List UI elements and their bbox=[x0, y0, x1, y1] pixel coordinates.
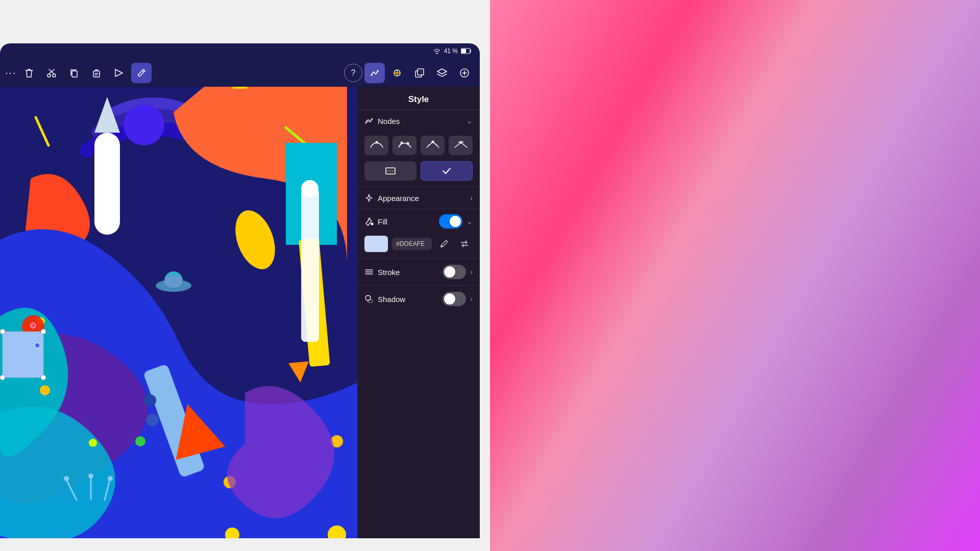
svg-point-46 bbox=[64, 476, 69, 481]
svg-point-67 bbox=[371, 223, 374, 226]
nodes-header-left: Nodes bbox=[364, 116, 400, 126]
shadow-left: Shadow bbox=[364, 294, 405, 304]
svg-line-60 bbox=[428, 142, 433, 145]
svg-point-42 bbox=[35, 343, 40, 348]
fill-section: Fill ⌄ #DOE bbox=[357, 209, 480, 259]
nodes-chevron: ⌄ bbox=[467, 117, 473, 125]
nodes-button[interactable] bbox=[364, 63, 385, 83]
node-cusp-button[interactable] bbox=[421, 136, 445, 155]
fill-toggle[interactable] bbox=[439, 214, 462, 229]
illustration bbox=[0, 87, 357, 538]
background-gradient bbox=[490, 0, 980, 551]
fill-label: Fill bbox=[378, 217, 387, 226]
stroke-chevron[interactable]: › bbox=[470, 268, 473, 276]
copy-button[interactable] bbox=[64, 63, 84, 83]
shadow-label: Shadow bbox=[378, 295, 405, 304]
layers-button[interactable] bbox=[432, 63, 452, 83]
svg-point-32 bbox=[40, 385, 50, 395]
paste-button[interactable] bbox=[86, 63, 107, 83]
nodes-section-header[interactable]: Nodes ⌄ bbox=[357, 110, 480, 132]
shadow-section: Shadow › bbox=[357, 286, 480, 312]
svg-rect-36 bbox=[3, 332, 43, 378]
node-check-button[interactable] bbox=[421, 161, 473, 181]
active-indicator bbox=[232, 87, 248, 89]
svg-point-2 bbox=[47, 74, 51, 77]
stroke-icon bbox=[364, 267, 374, 277]
svg-point-22 bbox=[164, 276, 183, 288]
cut-button[interactable] bbox=[41, 63, 62, 83]
stroke-right: › bbox=[443, 265, 473, 279]
eyedropper-button[interactable] bbox=[436, 236, 452, 252]
fill-left: Fill bbox=[364, 217, 387, 226]
status-bar: 41 % bbox=[0, 43, 480, 59]
node-asymmetric-button[interactable] bbox=[393, 136, 416, 155]
ipad-device: 41 % ··· bbox=[0, 0, 500, 551]
shadow-chevron[interactable]: › bbox=[470, 295, 473, 303]
svg-point-37 bbox=[0, 329, 5, 334]
svg-rect-4 bbox=[72, 71, 77, 77]
delete-button[interactable] bbox=[19, 63, 39, 83]
toolbar: ··· bbox=[0, 59, 480, 87]
more-dots[interactable]: ··· bbox=[5, 67, 17, 79]
battery-icon bbox=[461, 48, 472, 54]
svg-point-35 bbox=[89, 439, 97, 447]
status-bar-right: 41 % bbox=[433, 47, 472, 55]
svg-point-47 bbox=[108, 476, 113, 481]
node-rect-button[interactable] bbox=[364, 161, 416, 181]
shadow-icon bbox=[364, 294, 374, 304]
svg-point-40 bbox=[41, 375, 46, 380]
color-row: #DOEAFE bbox=[357, 234, 480, 258]
stroke-section: Stroke › bbox=[357, 259, 480, 286]
appearance-section: Appearance › bbox=[357, 187, 480, 209]
shadow-toggle[interactable] bbox=[443, 292, 466, 306]
swap-button[interactable] bbox=[456, 236, 473, 252]
color-hex-input[interactable]: #DOEAFE bbox=[392, 238, 432, 250]
svg-rect-29 bbox=[301, 189, 319, 342]
nodes-row2 bbox=[357, 161, 480, 187]
stroke-toggle[interactable] bbox=[443, 265, 466, 279]
add-button[interactable] bbox=[454, 63, 475, 83]
fill-right: ⌄ bbox=[439, 214, 473, 229]
stroke-label: Stroke bbox=[378, 268, 400, 277]
node-smooth-button[interactable] bbox=[364, 136, 388, 155]
fill-icon bbox=[364, 217, 374, 226]
svg-rect-9 bbox=[418, 69, 424, 75]
appearance-header-left: Appearance bbox=[364, 193, 419, 203]
pen-button[interactable] bbox=[131, 63, 152, 83]
svg-point-55 bbox=[400, 142, 403, 144]
stroke-left: Stroke bbox=[364, 267, 400, 277]
style-button[interactable] bbox=[387, 63, 407, 83]
nodes-icon bbox=[364, 116, 374, 126]
ipad-screen: 41 % ··· bbox=[0, 43, 480, 538]
fill-toggle-knob bbox=[450, 216, 461, 227]
appearance-label: Appearance bbox=[378, 194, 419, 203]
help-button[interactable]: ? bbox=[344, 64, 362, 82]
appearance-chevron: › bbox=[470, 194, 473, 202]
appearance-section-header[interactable]: Appearance › bbox=[357, 187, 480, 209]
duplicate-button[interactable] bbox=[409, 63, 430, 83]
color-swatch[interactable] bbox=[364, 236, 388, 252]
svg-point-49 bbox=[135, 436, 145, 446]
canvas-area[interactable]: Style Nodes ⌄ bbox=[0, 87, 480, 538]
nodes-grid bbox=[357, 132, 480, 161]
svg-point-14 bbox=[124, 105, 164, 145]
svg-line-61 bbox=[433, 142, 437, 145]
wifi-icon bbox=[433, 48, 441, 54]
svg-point-41 bbox=[31, 323, 36, 328]
right-panel: Style Nodes ⌄ bbox=[357, 87, 480, 538]
fill-row: Fill ⌄ bbox=[357, 209, 480, 234]
node-corner-button[interactable] bbox=[449, 136, 473, 155]
toolbar-left: ··· bbox=[5, 63, 152, 83]
svg-rect-7 bbox=[377, 70, 379, 71]
transform-button[interactable] bbox=[109, 63, 129, 83]
battery-percent: 41 % bbox=[444, 47, 458, 55]
shadow-right: › bbox=[443, 292, 473, 306]
svg-rect-1 bbox=[461, 49, 466, 53]
fill-chevron[interactable]: ⌄ bbox=[467, 217, 473, 226]
svg-point-3 bbox=[53, 74, 56, 77]
svg-point-30 bbox=[301, 180, 318, 197]
stroke-toggle-knob bbox=[444, 266, 455, 278]
nodes-label: Nodes bbox=[378, 117, 400, 126]
svg-point-39 bbox=[0, 375, 5, 380]
svg-point-38 bbox=[41, 329, 46, 334]
